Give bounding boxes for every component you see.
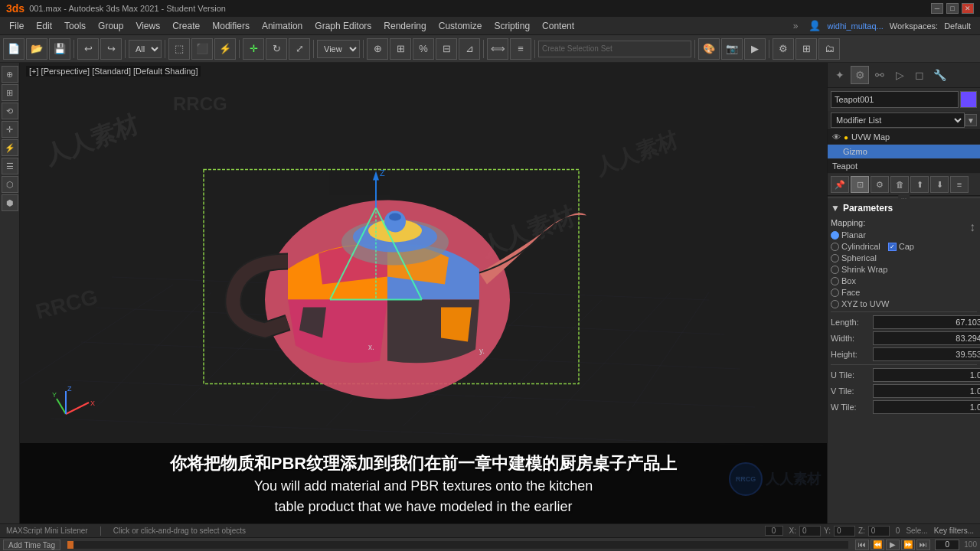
maxscript-mini-listener[interactable]: MAXScript Mini Listener — [6, 527, 88, 535]
scale-button[interactable]: ⤢ — [289, 38, 310, 60]
menu-expand-button[interactable]: » — [789, 19, 803, 33]
mod-configure-button[interactable]: ⚙ — [871, 176, 889, 193]
move-button[interactable]: ✛ — [243, 38, 264, 60]
mapping-planar-radio[interactable]: Planar — [831, 230, 866, 240]
axis-constraints-button[interactable]: ⊿ — [459, 38, 480, 60]
menu-views[interactable]: Views — [129, 19, 166, 33]
modifier-gizmo[interactable]: Gizmo — [828, 145, 980, 159]
render-setup-button[interactable]: 📷 — [721, 38, 743, 60]
menu-edit[interactable]: Edit — [30, 19, 58, 33]
play-button[interactable]: ▶ — [886, 540, 900, 550]
menu-group[interactable]: Group — [92, 19, 129, 33]
menu-graph-editors[interactable]: Graph Editors — [309, 19, 377, 33]
angle-snap-button[interactable]: ⊞ — [390, 38, 411, 60]
mapping-xyztuvw-radio[interactable]: XYZ to UVW — [831, 299, 889, 308]
menu-customize[interactable]: Customize — [433, 19, 488, 33]
timeline-scrubber[interactable] — [67, 540, 849, 549]
spinner-snap-button[interactable]: ⊟ — [436, 38, 457, 60]
modifier-eye-icon[interactable]: 👁 — [832, 132, 841, 142]
select-filter-dropdown[interactable]: All — [129, 40, 162, 58]
height-field[interactable] — [873, 347, 980, 361]
modify-panel-icon[interactable]: ⚙ — [851, 66, 869, 84]
mod-move-up-button[interactable]: ⬆ — [910, 176, 929, 193]
close-button[interactable]: ✕ — [962, 3, 974, 14]
menu-modifiers[interactable]: Modifiers — [206, 19, 256, 33]
view-dropdown[interactable]: View — [317, 40, 360, 58]
add-time-tag-button[interactable]: Add Time Tag — [3, 540, 60, 550]
selection-set-field[interactable]: Create Selection Set — [538, 41, 691, 57]
cap-checkbox[interactable]: ✓ Cap — [888, 242, 914, 251]
menu-content[interactable]: Content — [536, 19, 580, 33]
next-frame-button[interactable]: ⏩ — [901, 540, 915, 550]
left-tool-1[interactable]: ⊕ — [2, 66, 18, 83]
mapping-spherical-radio[interactable]: Spherical — [831, 253, 877, 262]
mapping-box-radio[interactable]: Box — [831, 276, 856, 285]
redo-button[interactable]: ↪ — [100, 38, 122, 60]
modifier-teapot[interactable]: Teapot — [828, 159, 980, 174]
object-name-input[interactable] — [831, 91, 959, 108]
left-tool-8[interactable]: ⬢ — [2, 194, 18, 211]
utile-field[interactable] — [873, 368, 980, 382]
rotate-button[interactable]: ↻ — [266, 38, 287, 60]
left-tool-5[interactable]: ⚡ — [2, 139, 18, 156]
width-field[interactable] — [873, 331, 980, 345]
mirror-button[interactable]: ⟺ — [487, 38, 508, 60]
align-button[interactable]: ≡ — [510, 38, 531, 60]
new-scene-button[interactable]: 📄 — [3, 38, 24, 60]
scene-explorer-button[interactable]: 🗂 — [818, 38, 840, 60]
extra-tools-button[interactable]: ⚙ — [773, 38, 794, 60]
user-name[interactable]: widhi_multaq... — [827, 21, 883, 31]
left-tool-3[interactable]: ⟲ — [2, 103, 18, 119]
menu-file[interactable]: File — [3, 19, 30, 33]
mapping-cylindrical-radio[interactable]: Cylindrical — [831, 242, 880, 251]
menu-scripting[interactable]: Scripting — [488, 19, 536, 33]
mapping-shrinkwrap-radio[interactable]: Shrink Wrap — [831, 265, 887, 274]
utilities-panel-icon[interactable]: 🔧 — [930, 66, 949, 84]
title-bar-controls[interactable]: ─ □ ✕ — [931, 3, 974, 14]
create-panel-icon[interactable]: ✦ — [831, 66, 849, 84]
modifier-uvw-map[interactable]: 👁 ● UVW Map — [828, 130, 980, 145]
render-button[interactable]: ▶ — [744, 38, 766, 60]
left-tool-4[interactable]: ✛ — [2, 121, 18, 138]
viewport[interactable]: [+] [Perspective] [Standard] [Default Sh… — [20, 63, 827, 523]
percent-snap-button[interactable]: % — [413, 38, 434, 60]
length-field[interactable] — [873, 315, 980, 329]
left-tool-2[interactable]: ⊞ — [2, 84, 18, 101]
key-filters[interactable]: Key filters... — [934, 527, 974, 535]
goto-end-button[interactable]: ⏭ — [916, 540, 930, 550]
select-region-button[interactable]: ⬛ — [191, 38, 213, 60]
display-panel-icon[interactable]: ◻ — [910, 66, 929, 84]
goto-start-button[interactable]: ⏮ — [855, 540, 869, 550]
select-object-button[interactable]: ⬚ — [168, 38, 190, 60]
undo-button[interactable]: ↩ — [77, 38, 99, 60]
save-button[interactable]: 💾 — [49, 38, 70, 60]
mod-move-down-button[interactable]: ⬇ — [930, 176, 949, 193]
mod-pin-button[interactable]: 📌 — [831, 176, 849, 193]
hierarchy-panel-icon[interactable]: ⚯ — [871, 66, 889, 84]
vtile-field[interactable] — [873, 384, 980, 398]
object-color-swatch[interactable] — [960, 91, 977, 108]
open-button[interactable]: 📂 — [26, 38, 47, 60]
minimize-button[interactable]: ─ — [931, 3, 943, 14]
maximize-button[interactable]: □ — [946, 3, 959, 14]
left-tool-7[interactable]: ⬡ — [2, 176, 18, 193]
mod-active-button[interactable]: ⊡ — [851, 176, 869, 193]
modifier-list-dropdown[interactable]: Modifier List — [831, 112, 965, 128]
mapping-face-radio[interactable]: Face — [831, 288, 860, 297]
wtile-field[interactable] — [873, 400, 980, 414]
menu-rendering[interactable]: Rendering — [377, 19, 432, 33]
left-tool-6[interactable]: ☰ — [2, 158, 18, 174]
lasso-select-button[interactable]: ⚡ — [214, 38, 236, 60]
current-frame-input[interactable] — [935, 540, 959, 550]
mod-settings-button[interactable]: ≡ — [950, 176, 969, 193]
modifier-list-expand[interactable]: ▼ — [965, 114, 977, 126]
material-editor-button[interactable]: 🎨 — [698, 38, 720, 60]
parameters-header[interactable]: ▼ Parameters — [831, 203, 977, 214]
workspace-value[interactable]: Default — [944, 21, 971, 31]
prev-frame-button[interactable]: ⏪ — [871, 540, 884, 550]
motion-panel-icon[interactable]: ▷ — [890, 66, 909, 84]
mod-delete-button[interactable]: 🗑 — [890, 176, 909, 193]
menu-animation[interactable]: Animation — [256, 19, 309, 33]
snap-toggle-button[interactable]: ⊕ — [367, 38, 388, 60]
menu-create[interactable]: Create — [166, 19, 206, 33]
